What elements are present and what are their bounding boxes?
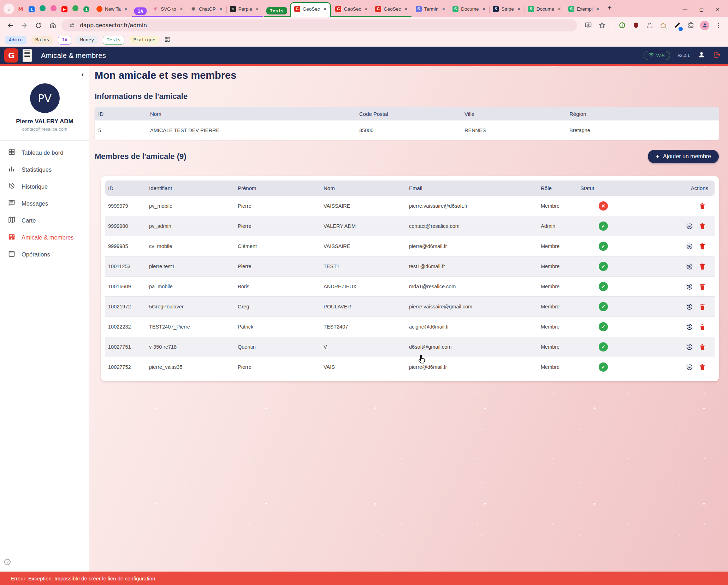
tab-close-icon[interactable]: ✕ [516, 6, 522, 12]
browser-tab-svg-to[interactable]: ✳SVG to✕ [149, 3, 187, 17]
bookmark-admin[interactable]: Admin [5, 36, 26, 45]
pinned-tab-penguin[interactable] [51, 5, 57, 13]
browser-tab-geosec[interactable]: GGeoSec✕ [290, 2, 331, 17]
delete-button[interactable] [698, 343, 706, 351]
browser-tab-perple[interactable]: ✳Perple✕ [226, 3, 263, 17]
bookmark-apps-icon[interactable] [164, 36, 170, 44]
delete-button[interactable] [698, 283, 706, 290]
app-logo[interactable]: G [4, 48, 18, 63]
browser-tab-termin[interactable]: STermin✕ [412, 3, 449, 17]
reset-password-button[interactable] [686, 363, 693, 371]
sidebar-item-messages[interactable]: Messages [0, 195, 89, 212]
tab-close-icon[interactable]: ✕ [218, 6, 224, 12]
map-icon [8, 216, 16, 225]
sidebar-item-dashboard[interactable]: Tableau de bord [0, 144, 89, 161]
bookmark-pratique[interactable]: Pratique [129, 36, 159, 45]
window-close-button[interactable]: ✕ [716, 7, 720, 12]
forward-icon[interactable] [19, 20, 30, 31]
pinned-tab-keep[interactable] [40, 5, 46, 13]
browser-menu-icon[interactable]: ⋮ [714, 21, 723, 30]
sidebar-collapse-button[interactable]: ‹ [82, 71, 84, 78]
reset-password-button[interactable] [686, 283, 693, 290]
sidebar-item-history[interactable]: Historique [0, 178, 89, 195]
reset-password-button[interactable] [686, 303, 693, 311]
tab-close-icon[interactable]: ✕ [123, 6, 129, 12]
window-maximize-button[interactable]: ▢ [699, 7, 704, 12]
tab-close-icon[interactable]: ✕ [363, 6, 369, 12]
help-icon[interactable]: ? [4, 559, 11, 565]
bookmark-ia[interactable]: IA [58, 36, 71, 45]
star-icon[interactable] [597, 21, 606, 30]
browser-tab-docume[interactable]: SDocume✕ [525, 3, 565, 17]
reset-password-button[interactable] [686, 262, 693, 270]
puzzle-extension-icon[interactable] [686, 21, 696, 30]
delete-button[interactable] [698, 262, 706, 270]
member-email: contact@resalice.com [406, 223, 538, 229]
bookmark-money[interactable]: Money [76, 36, 98, 45]
tab-group-chip[interactable]: Tests [266, 7, 287, 14]
delete-button[interactable] [698, 242, 706, 250]
error-toast[interactable]: Erreur: Exception: Impossible de créer l… [0, 572, 728, 585]
bookmark-tests[interactable]: Tests [103, 36, 124, 45]
reset-password-button[interactable] [686, 242, 693, 250]
sidebar-item-calendar[interactable]: Opérations [0, 246, 89, 263]
sidebar-item-building[interactable]: Amicale & membres [0, 229, 89, 246]
back-icon[interactable] [5, 20, 16, 31]
tab-close-icon[interactable]: ✕ [481, 6, 487, 12]
sidebar-item-map[interactable]: Carte [0, 212, 89, 229]
member-actions [680, 202, 715, 210]
shield-extension-icon[interactable] [631, 21, 640, 30]
reset-password-button[interactable] [686, 222, 693, 230]
tab-close-icon[interactable]: ✕ [595, 6, 600, 12]
browser-tab-new-ta[interactable]: New Ta✕ [93, 3, 131, 17]
site-settings-icon[interactable] [67, 21, 76, 30]
logout-icon[interactable] [713, 51, 721, 60]
sidebar-item-stats[interactable]: Statistiques [0, 161, 89, 178]
pinned-tab-maps[interactable] [72, 5, 78, 13]
browser-tab-geosec[interactable]: GGeoSec✕ [332, 3, 372, 17]
browser-tab-chatgp[interactable]: ✺ChatGP✕ [187, 3, 226, 17]
reset-password-button[interactable] [686, 343, 693, 351]
browser-profile-avatar[interactable] [700, 21, 709, 30]
browser-tab-exempl[interactable]: SExempl✕ [565, 3, 603, 17]
address-bar[interactable]: dapp.geosector.fr/admin [61, 19, 577, 31]
tab-close-icon[interactable]: ✕ [557, 6, 562, 12]
browser-tab-docume[interactable]: SDocume✕ [449, 3, 489, 17]
pinned-tab-youtube[interactable]: ▶ [61, 6, 67, 12]
delete-button[interactable] [698, 202, 706, 210]
user-profile-icon[interactable] [698, 51, 705, 60]
green-circle-extension-icon[interactable] [617, 21, 627, 30]
delete-button[interactable] [698, 303, 706, 311]
delete-button[interactable] [698, 222, 706, 230]
reset-password-button[interactable] [686, 323, 693, 331]
member-actions [680, 242, 715, 250]
new-tab-button[interactable]: + [608, 4, 612, 12]
delete-button[interactable] [698, 363, 706, 371]
member-row: 9999979pv_mobilePierreVAISSAIREpierre.va… [105, 196, 715, 216]
tab-group-chip[interactable]: IA [134, 7, 147, 15]
browser-tab-stripe[interactable]: SStripe✕ [489, 3, 524, 17]
delete-button[interactable] [698, 323, 706, 331]
tab-close-icon[interactable]: ✕ [255, 6, 260, 12]
tab-close-icon[interactable]: ✕ [403, 6, 409, 12]
recycle-extension-icon[interactable] [645, 21, 654, 30]
pinned-tab-calendar[interactable]: 1 [29, 6, 35, 12]
add-member-button[interactable]: + Ajouter un membre [648, 150, 719, 163]
member-row: 10027751v-350-re718QuentinVd6soft@gmail.… [105, 337, 715, 357]
reload-icon[interactable] [33, 20, 44, 31]
browser-tab-geosec[interactable]: GGeoSec✕ [372, 3, 412, 17]
tab-close-icon[interactable]: ✕ [322, 6, 328, 12]
bookmark-matos[interactable]: Matos [31, 36, 53, 45]
home-icon[interactable] [47, 20, 58, 31]
sidebar: ‹ PV Pierre VALERY ADM contact@resalice.… [0, 66, 89, 572]
tab-search-icon[interactable]: ⌄ [4, 4, 14, 14]
pinned-tab-leaf-one[interactable]: 1 [83, 6, 89, 12]
tab-close-icon[interactable]: ✕ [179, 6, 184, 12]
house-one-extension-icon[interactable]: 1 [659, 21, 668, 30]
dropper-extension-icon[interactable] [673, 21, 682, 30]
install-icon[interactable] [584, 21, 593, 30]
window-minimize-button[interactable]: — [683, 7, 687, 12]
tab-close-icon[interactable]: ✕ [441, 6, 446, 12]
tab-label: Exempl [577, 6, 593, 12]
pinned-tab-gmail[interactable]: M [18, 6, 24, 12]
